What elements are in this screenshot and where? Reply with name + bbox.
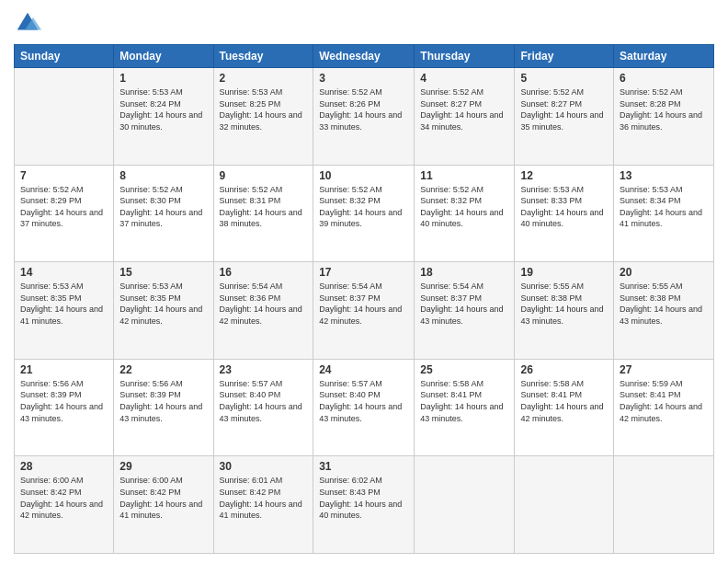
day-number: 25 — [420, 363, 508, 376]
day-number: 1 — [119, 72, 207, 85]
daylight: Daylight: 14 hours and 41 minutes. — [620, 208, 702, 229]
daylight: Daylight: 14 hours and 33 minutes. — [319, 110, 402, 132]
daylight: Daylight: 14 hours and 38 minutes. — [220, 208, 302, 229]
daylight: Daylight: 14 hours and 43 minutes. — [319, 402, 402, 423]
day-number: 7 — [20, 169, 108, 182]
calendar-cell: 23 Sunrise: 5:57 AM Sunset: 8:40 PM Dayl… — [213, 359, 313, 456]
sunset: Sunset: 8:37 PM — [420, 293, 482, 303]
daylight: Daylight: 14 hours and 43 minutes. — [119, 402, 202, 423]
col-sunday: Sunday — [15, 45, 114, 68]
sunset: Sunset: 8:38 PM — [620, 293, 681, 303]
sunrise: Sunrise: 5:54 AM — [420, 282, 483, 291]
day-number: 6 — [620, 72, 708, 85]
day-number: 24 — [319, 363, 408, 376]
sunrise: Sunrise: 6:00 AM — [20, 476, 84, 485]
daylight: Daylight: 14 hours and 37 minutes. — [119, 208, 202, 229]
col-friday: Friday — [515, 45, 614, 68]
calendar-cell: 5 Sunrise: 5:52 AM Sunset: 8:27 PM Dayli… — [515, 68, 614, 166]
day-number: 29 — [119, 460, 207, 473]
sunset: Sunset: 8:35 PM — [20, 293, 82, 303]
sunrise: Sunrise: 5:52 AM — [520, 87, 584, 97]
calendar-cell: 17 Sunrise: 5:54 AM Sunset: 8:37 PM Dayl… — [313, 262, 415, 360]
calendar-cell: 25 Sunrise: 5:58 AM Sunset: 8:41 PM Dayl… — [415, 359, 515, 456]
sunrise: Sunrise: 5:52 AM — [319, 185, 382, 194]
sunset: Sunset: 8:41 PM — [520, 390, 582, 399]
sunset: Sunset: 8:25 PM — [220, 99, 281, 109]
sunset: Sunset: 8:36 PM — [220, 293, 281, 303]
daylight: Daylight: 14 hours and 43 minutes. — [520, 304, 603, 326]
sunset: Sunset: 8:40 PM — [220, 390, 281, 399]
calendar-cell: 30 Sunrise: 6:01 AM Sunset: 8:42 PM Dayl… — [213, 456, 313, 554]
sunrise: Sunrise: 5:52 AM — [620, 87, 683, 97]
calendar-cell — [614, 456, 714, 554]
daylight: Daylight: 14 hours and 41 minutes. — [119, 500, 202, 521]
sunrise: Sunrise: 5:53 AM — [620, 185, 683, 194]
calendar-cell: 24 Sunrise: 5:57 AM Sunset: 8:40 PM Dayl… — [313, 359, 415, 456]
calendar-cell: 4 Sunrise: 5:52 AM Sunset: 8:27 PM Dayli… — [415, 68, 515, 166]
sunrise: Sunrise: 5:58 AM — [420, 379, 483, 388]
calendar-cell: 15 Sunrise: 5:53 AM Sunset: 8:35 PM Dayl… — [114, 262, 213, 360]
daylight: Daylight: 14 hours and 43 minutes. — [420, 402, 503, 423]
day-number: 22 — [119, 363, 207, 376]
col-monday: Monday — [114, 45, 213, 68]
day-number: 17 — [319, 266, 408, 279]
sunrise: Sunrise: 5:53 AM — [220, 87, 283, 97]
col-tuesday: Tuesday — [213, 45, 313, 68]
sunset: Sunset: 8:32 PM — [420, 196, 482, 205]
calendar-cell: 29 Sunrise: 6:00 AM Sunset: 8:42 PM Dayl… — [114, 456, 213, 554]
calendar-cell: 20 Sunrise: 5:55 AM Sunset: 8:38 PM Dayl… — [614, 262, 714, 360]
logo — [14, 9, 45, 37]
calendar-cell: 21 Sunrise: 5:56 AM Sunset: 8:39 PM Dayl… — [15, 359, 114, 456]
daylight: Daylight: 14 hours and 43 minutes. — [220, 402, 302, 423]
sunrise: Sunrise: 5:53 AM — [119, 282, 183, 291]
sunset: Sunset: 8:32 PM — [319, 196, 381, 205]
day-number: 14 — [20, 266, 108, 279]
sunset: Sunset: 8:31 PM — [220, 196, 281, 205]
day-number: 28 — [20, 460, 108, 473]
sunrise: Sunrise: 5:53 AM — [520, 185, 584, 194]
day-number: 8 — [119, 169, 207, 182]
calendar-cell: 9 Sunrise: 5:52 AM Sunset: 8:31 PM Dayli… — [213, 165, 313, 262]
sunset: Sunset: 8:41 PM — [420, 390, 482, 399]
col-thursday: Thursday — [415, 45, 515, 68]
sunset: Sunset: 8:42 PM — [20, 488, 82, 497]
sunset: Sunset: 8:35 PM — [119, 293, 181, 303]
sunrise: Sunrise: 5:52 AM — [319, 87, 382, 97]
sunrise: Sunrise: 5:53 AM — [20, 282, 84, 291]
daylight: Daylight: 14 hours and 42 minutes. — [119, 304, 202, 326]
sunset: Sunset: 8:37 PM — [319, 293, 381, 303]
daylight: Daylight: 14 hours and 39 minutes. — [319, 208, 402, 229]
header-row: Sunday Monday Tuesday Wednesday Thursday… — [15, 45, 714, 68]
daylight: Daylight: 14 hours and 42 minutes. — [20, 500, 103, 521]
sunset: Sunset: 8:33 PM — [520, 196, 582, 205]
calendar-cell: 13 Sunrise: 5:53 AM Sunset: 8:34 PM Dayl… — [614, 165, 714, 262]
daylight: Daylight: 14 hours and 40 minutes. — [420, 208, 503, 229]
day-number: 26 — [520, 363, 608, 376]
sunset: Sunset: 8:39 PM — [119, 390, 181, 399]
sunrise: Sunrise: 5:56 AM — [20, 379, 84, 388]
calendar-cell — [415, 456, 515, 554]
sunrise: Sunrise: 5:57 AM — [220, 379, 283, 388]
daylight: Daylight: 14 hours and 42 minutes. — [220, 304, 302, 326]
calendar-cell — [515, 456, 614, 554]
day-number: 19 — [520, 266, 608, 279]
sunset: Sunset: 8:43 PM — [319, 488, 381, 497]
sunrise: Sunrise: 6:02 AM — [319, 476, 382, 485]
day-number: 16 — [220, 266, 308, 279]
calendar-week-4: 21 Sunrise: 5:56 AM Sunset: 8:39 PM Dayl… — [15, 359, 714, 456]
sunrise: Sunrise: 5:59 AM — [620, 379, 683, 388]
calendar-cell: 12 Sunrise: 5:53 AM Sunset: 8:33 PM Dayl… — [515, 165, 614, 262]
sunset: Sunset: 8:38 PM — [520, 293, 582, 303]
daylight: Daylight: 14 hours and 37 minutes. — [20, 208, 103, 229]
sunset: Sunset: 8:24 PM — [119, 99, 181, 109]
header — [14, 9, 714, 37]
daylight: Daylight: 14 hours and 34 minutes. — [420, 110, 503, 132]
day-number: 27 — [620, 363, 708, 376]
daylight: Daylight: 14 hours and 40 minutes. — [520, 208, 603, 229]
sunrise: Sunrise: 5:52 AM — [20, 185, 84, 194]
sunrise: Sunrise: 5:56 AM — [119, 379, 183, 388]
daylight: Daylight: 14 hours and 30 minutes. — [119, 110, 202, 132]
day-number: 21 — [20, 363, 108, 376]
sunset: Sunset: 8:29 PM — [20, 196, 82, 205]
calendar-week-2: 7 Sunrise: 5:52 AM Sunset: 8:29 PM Dayli… — [15, 165, 714, 262]
